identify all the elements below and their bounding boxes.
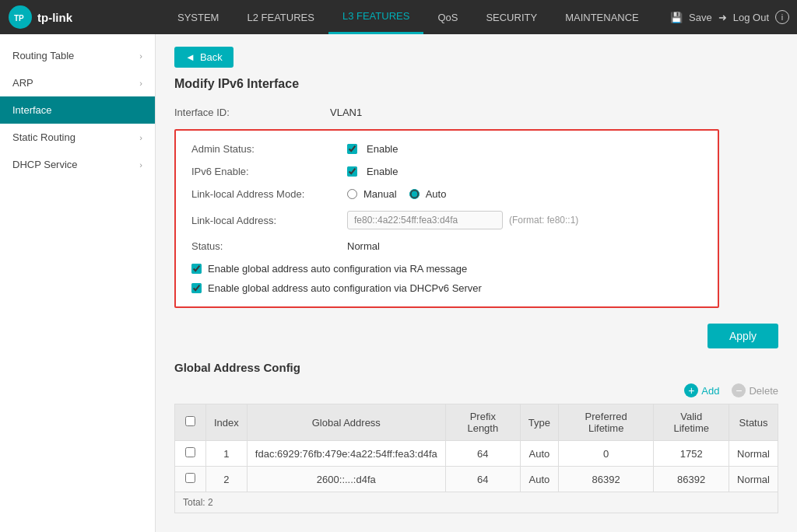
col-global-address: Global Address (247, 404, 445, 441)
main-content: ◄ Back Modify IPv6 Interface Interface I… (156, 34, 797, 532)
nav-maintenance[interactable]: MAINTENANCE (551, 0, 653, 34)
sidebar: Routing Table › ARP › Interface Static R… (0, 34, 156, 532)
table-row: 1 fdac:6929:76fb:479e:4a22:54ff:fea3:d4f… (175, 441, 778, 467)
save-button[interactable]: Save (689, 12, 712, 23)
form-section: Admin Status: Enable IPv6 Enable: Enable (174, 129, 719, 308)
ipv6-enable-checkbox[interactable] (347, 166, 357, 177)
col-index: Index (206, 404, 248, 441)
add-icon: + (684, 383, 698, 397)
link-local-mode-label: Link-local Address Mode: (191, 188, 347, 200)
row1-type: Auto (520, 441, 558, 467)
link-local-mode-row: Link-local Address Mode: Manual Auto (191, 188, 702, 200)
info-icon: i (775, 10, 789, 24)
col-status: Status (729, 404, 778, 441)
ra-checkbox[interactable] (191, 264, 202, 274)
delete-icon: − (732, 383, 746, 397)
interface-id-value: VLAN1 (330, 107, 362, 118)
apply-button[interactable]: Apply (707, 324, 778, 348)
link-local-address-input[interactable] (347, 211, 503, 229)
ra-checkbox-row: Enable global address auto configuration… (191, 263, 702, 275)
nav-items: SYSTEM L2 FEATURES L3 FEATURES QoS SECUR… (163, 0, 670, 34)
save-icon: 💾 (670, 12, 683, 23)
col-valid-lifetime: Valid Lifetime (654, 404, 729, 441)
sidebar-label-interface: Interface (12, 104, 52, 116)
ra-checkbox-label: Enable global address auto configuration… (208, 263, 467, 275)
page-title: Modify IPv6 Interface (174, 77, 778, 91)
sidebar-item-interface[interactable]: Interface (0, 96, 155, 124)
svg-text:TP: TP (14, 14, 24, 23)
row2-prefix-length: 64 (445, 467, 520, 492)
link-local-address-row: Link-local Address: (Format: fe80::1) (191, 211, 702, 229)
sidebar-item-dhcp-service[interactable]: DHCP Service › (0, 151, 155, 178)
nav-qos[interactable]: QoS (423, 0, 472, 34)
auto-radio-text: Auto (426, 188, 447, 200)
row1-global-address: fdac:6929:76fb:479e:4a22:54ff:fea3:d4fa (247, 441, 445, 467)
row1-checkbox-cell[interactable] (175, 441, 206, 467)
col-type: Type (520, 404, 558, 441)
sidebar-label-routing-table: Routing Table (12, 50, 74, 61)
admin-status-checkbox[interactable] (347, 144, 357, 154)
manual-radio-label[interactable]: Manual (347, 188, 397, 200)
ipv6-enable-value: Enable (347, 166, 398, 177)
row2-global-address: 2600::...:d4fa (247, 467, 445, 492)
admin-status-checkbox-label[interactable]: Enable (347, 143, 398, 155)
table-row: 2 2600::...:d4fa 64 Auto 86392 86392 Nor… (175, 467, 778, 492)
row1-status: Normal (729, 441, 778, 467)
dhcpv6-checkbox[interactable] (191, 283, 202, 293)
nav-security[interactable]: SECURITY (472, 0, 551, 34)
sidebar-item-routing-table[interactable]: Routing Table › (0, 42, 155, 69)
status-label: Status: (191, 240, 347, 252)
admin-status-text: Enable (367, 143, 398, 155)
row2-index: 2 (206, 467, 248, 492)
row2-valid-lifetime: 86392 (654, 467, 729, 492)
chevron-right-icon: › (139, 160, 142, 170)
tp-link-logo: TP (8, 5, 33, 30)
ipv6-enable-checkbox-label[interactable]: Enable (347, 166, 398, 177)
row2-preferred-lifetime: 86392 (559, 467, 654, 492)
back-button[interactable]: ◄ Back (174, 47, 233, 68)
nav-right: 💾 Save ➜ Log Out i (670, 10, 789, 24)
sidebar-item-static-routing[interactable]: Static Routing › (0, 124, 155, 151)
row2-checkbox-cell[interactable] (175, 467, 206, 492)
table-actions: + Add − Delete (174, 383, 778, 397)
global-address-table: Index Global Address Prefix Length Type … (174, 404, 778, 492)
add-label: Add (701, 385, 719, 397)
row1-valid-lifetime: 1752 (654, 441, 729, 467)
sidebar-item-arp[interactable]: ARP › (0, 69, 155, 96)
table-header-row: Index Global Address Prefix Length Type … (175, 404, 778, 441)
ipv6-enable-label: IPv6 Enable: (191, 166, 347, 177)
top-nav: TP tp-link SYSTEM L2 FEATURES L3 FEATURE… (0, 0, 797, 34)
back-arrow-icon: ◄ (185, 51, 195, 63)
sidebar-label-static-routing: Static Routing (12, 131, 75, 143)
status-row: Status: Normal (191, 240, 702, 252)
nav-system[interactable]: SYSTEM (163, 0, 233, 34)
link-local-mode-value: Manual Auto (347, 188, 446, 200)
row2-status: Normal (729, 467, 778, 492)
nav-l3-features[interactable]: L3 FEATURES (328, 0, 423, 34)
row2-type: Auto (520, 467, 558, 492)
delete-button[interactable]: − Delete (732, 383, 778, 397)
row2-checkbox[interactable] (185, 473, 195, 483)
link-local-address-label: Link-local Address: (191, 215, 347, 226)
row1-checkbox[interactable] (185, 447, 195, 457)
auto-radio[interactable] (409, 189, 420, 199)
auto-radio-label[interactable]: Auto (409, 188, 447, 200)
admin-status-label: Admin Status: (191, 143, 347, 155)
select-all-checkbox[interactable] (185, 416, 195, 426)
manual-radio[interactable] (347, 189, 357, 199)
interface-id-row: Interface ID: VLAN1 (174, 103, 778, 121)
logout-button[interactable]: Log Out (733, 12, 769, 23)
nav-l2-features[interactable]: L2 FEATURES (233, 0, 328, 34)
row1-preferred-lifetime: 0 (559, 441, 654, 467)
row1-index: 1 (206, 441, 248, 467)
col-checkbox (175, 404, 206, 441)
dhcpv6-checkbox-label: Enable global address auto configuration… (208, 282, 482, 294)
sidebar-label-arp: ARP (12, 77, 33, 89)
ipv6-enable-row: IPv6 Enable: Enable (191, 166, 702, 177)
col-preferred-lifetime: Preferred Lifetime (559, 404, 654, 441)
ipv6-enable-text: Enable (367, 166, 398, 177)
add-button[interactable]: + Add (684, 383, 719, 397)
logo-text: tp-link (37, 11, 72, 24)
logout-icon: ➜ (718, 12, 727, 23)
manual-radio-text: Manual (363, 188, 397, 200)
